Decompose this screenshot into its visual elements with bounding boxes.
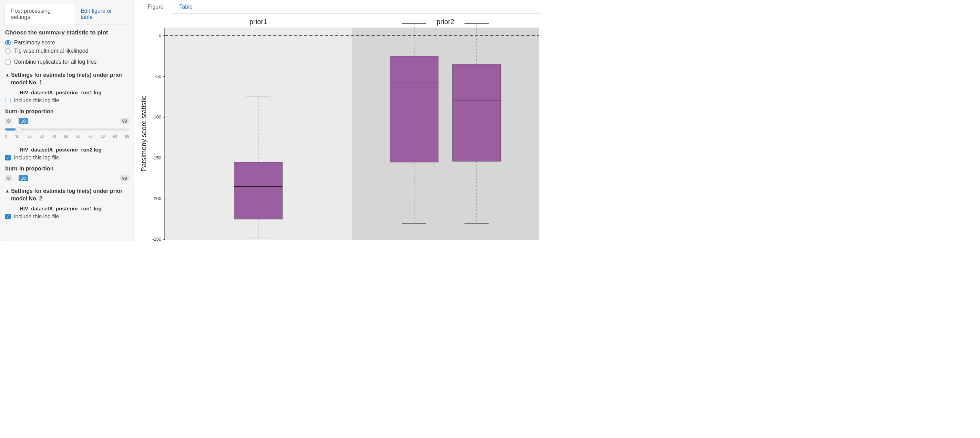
radio-parsimony-score-label: Parsimony score (14, 40, 55, 46)
slider-max-2: 99 (120, 175, 129, 181)
tab-post-processing-settings[interactable]: Post-processing settings (5, 4, 74, 24)
svg-text:-200: -200 (152, 196, 161, 201)
svg-text:prior2: prior2 (437, 18, 454, 25)
collapse-prior-model-1[interactable]: ▲ Settings for estimate log file(s) unde… (5, 71, 129, 86)
collapse-prior-model-2[interactable]: ▲ Settings for estimate log file(s) unde… (5, 187, 129, 202)
svg-rect-23 (234, 162, 283, 219)
checkbox-combine-replicates[interactable] (5, 59, 11, 65)
burnin-heading-2: burn-in proportion (5, 166, 129, 172)
slider-min-2: 0 (5, 175, 12, 181)
svg-text:0: 0 (159, 33, 161, 38)
checkbox-include-logfile-3[interactable] (5, 214, 11, 219)
svg-rect-2 (352, 27, 539, 240)
sidebar-tabs: Post-processing settings Edit figure or … (5, 4, 129, 24)
sidebar: Post-processing settings Edit figure or … (0, 0, 134, 241)
chevron-up-icon: ▲ (5, 188, 10, 194)
slider-min-1: 0 (5, 118, 12, 124)
checkbox-include-logfile-1[interactable] (5, 98, 11, 103)
checkbox-include-logfile-1-label: include this log file (14, 97, 59, 104)
svg-text:prior1: prior1 (250, 18, 267, 25)
slider-ticks-1: 010203040506070809099 (5, 134, 129, 138)
svg-text:-100: -100 (152, 114, 161, 119)
burnin-heading-1: burn-in proportion (5, 108, 129, 115)
checkbox-combine-replicates-label: Combine replicates for all log files (14, 59, 97, 65)
svg-rect-29 (390, 56, 438, 162)
burnin-slider-1[interactable]: 0 10 99 010203040506070809099 (5, 118, 129, 138)
logfile-name-3: HIV_datasetA_posterior_run1.log (20, 206, 129, 211)
slider-value-2: 10 (19, 175, 27, 181)
chevron-up-icon: ▲ (5, 72, 10, 78)
chart-area: prior1prior20-50-100-150-200-250Parsimon… (138, 14, 542, 243)
checkbox-include-logfile-2-label: include this log file (14, 155, 59, 161)
main-tabs: Figure Table (140, 0, 542, 14)
radio-parsimony-score[interactable] (5, 40, 11, 46)
burnin-slider-2[interactable]: 0 10 99 (5, 175, 129, 181)
logfile-name-2: HIV_datasetA_posterior_run2.log (20, 147, 129, 152)
tab-table[interactable]: Table (171, 0, 200, 14)
svg-rect-35 (452, 64, 501, 162)
svg-text:-250: -250 (152, 236, 161, 241)
radio-tipwise-multinomial[interactable] (5, 48, 11, 54)
svg-text:-50: -50 (155, 74, 161, 79)
tab-edit-figure-or-table[interactable]: Edit figure or table (74, 4, 129, 24)
svg-text:-150: -150 (152, 155, 161, 160)
summary-statistic-heading: Choose the summary statistic to plot (5, 29, 129, 36)
boxplot-chart: prior1prior20-50-100-150-200-250Parsimon… (141, 17, 540, 241)
slider-max-1: 99 (120, 118, 129, 124)
slider-value-1: 10 (19, 118, 27, 124)
svg-text:Parsimony score statistic: Parsimony score statistic (141, 95, 148, 171)
logfile-name-1: HIV_datasetA_posterior_run1.log (20, 89, 129, 95)
slider-thumb-1[interactable] (15, 126, 23, 133)
checkbox-include-logfile-3-label: include this log file (14, 214, 59, 220)
tab-figure[interactable]: Figure (140, 0, 171, 14)
checkbox-include-logfile-2[interactable] (5, 155, 11, 160)
collapse-prior-model-1-title: Settings for estimate log file(s) under … (11, 71, 129, 86)
main-panel: Figure Table prior1prior20-50-100-150-20… (134, 0, 542, 241)
radio-tipwise-multinomial-label: Tip-wise multinomial likelihood (14, 48, 88, 54)
collapse-prior-model-2-title: Settings for estimate log file(s) under … (11, 187, 129, 202)
